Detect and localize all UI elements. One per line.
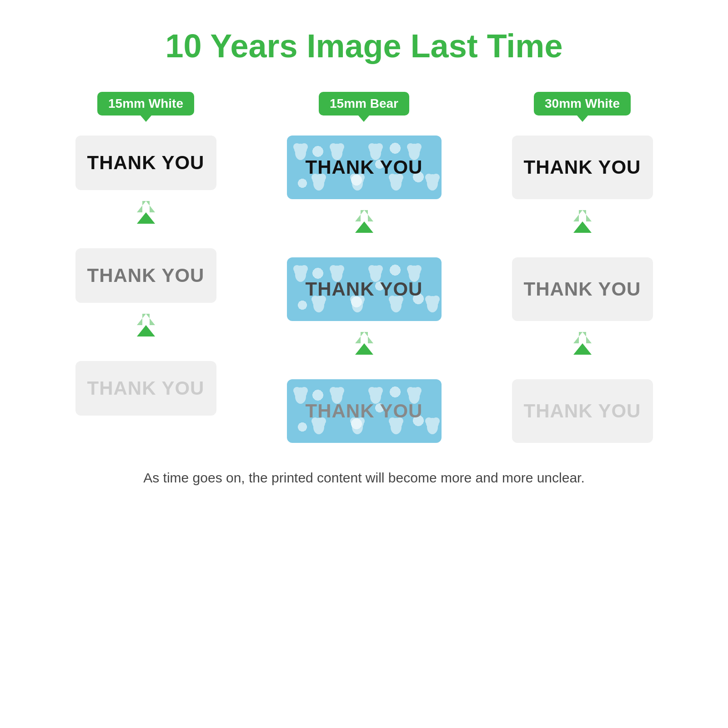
label-text-bear-15-2: THANK YOU bbox=[306, 278, 423, 300]
svg-marker-3 bbox=[137, 325, 155, 336]
svg-marker-105 bbox=[573, 221, 592, 233]
arrow-bear-15-2 bbox=[355, 332, 373, 355]
col-white-30: 30mm White THANK YOU THANK YOU THANK YOU bbox=[473, 92, 692, 443]
svg-point-7 bbox=[294, 144, 307, 155]
svg-marker-107 bbox=[573, 343, 592, 355]
svg-point-53 bbox=[408, 266, 421, 276]
page-title: 10 Years Image Last Time bbox=[166, 27, 563, 65]
arrow-icon-2 bbox=[137, 314, 155, 336]
label-white-30-row3: THANK YOU bbox=[512, 379, 653, 443]
label-bear-15-row3: THANK YOU bbox=[287, 379, 442, 443]
arrow-white-30-2 bbox=[573, 332, 592, 355]
arrow-icon-5 bbox=[573, 210, 592, 233]
col-white-15: 15mm White THANK YOU THANK YOU THANK YOU bbox=[37, 92, 255, 443]
arrow-icon-3 bbox=[355, 210, 373, 233]
svg-marker-2 bbox=[137, 314, 155, 325]
svg-marker-1 bbox=[137, 212, 155, 224]
label-white-30-row2: THANK YOU bbox=[512, 257, 653, 321]
svg-point-49 bbox=[369, 266, 382, 276]
svg-marker-104 bbox=[573, 210, 592, 221]
svg-point-15 bbox=[369, 144, 382, 155]
arrow-icon-6 bbox=[573, 332, 592, 355]
svg-marker-0 bbox=[137, 201, 155, 212]
svg-point-11 bbox=[331, 144, 343, 155]
label-text-bear-15-1: THANK YOU bbox=[306, 156, 423, 178]
svg-point-83 bbox=[369, 387, 382, 398]
arrow-icon-1 bbox=[137, 201, 155, 224]
label-text-bear-15-3: THANK YOU bbox=[306, 400, 423, 422]
svg-point-35 bbox=[426, 174, 439, 185]
svg-point-75 bbox=[294, 387, 307, 398]
label-bear-15-row2: THANK YOU bbox=[287, 257, 442, 321]
label-white-15-row3: THANK YOU bbox=[75, 361, 216, 416]
svg-marker-37 bbox=[355, 221, 373, 233]
arrow-icon-4 bbox=[355, 332, 373, 355]
svg-marker-36 bbox=[355, 210, 373, 221]
svg-point-45 bbox=[331, 266, 343, 276]
svg-point-79 bbox=[331, 387, 343, 398]
comparison-grid: 15mm White THANK YOU THANK YOU THANK YOU bbox=[37, 92, 692, 443]
tag-white-15: 15mm White bbox=[97, 92, 194, 115]
svg-point-41 bbox=[294, 266, 307, 276]
label-white-30-row1: THANK YOU bbox=[512, 136, 653, 199]
svg-point-103 bbox=[426, 418, 439, 429]
svg-point-69 bbox=[426, 296, 439, 307]
tag-bear-15: 15mm Bear bbox=[319, 92, 409, 115]
svg-marker-71 bbox=[355, 343, 373, 355]
svg-point-19 bbox=[408, 144, 421, 155]
label-white-15-row1: THANK YOU bbox=[75, 136, 216, 190]
label-text-white-30-3: THANK YOU bbox=[524, 400, 641, 422]
svg-marker-106 bbox=[573, 332, 592, 343]
arrow-bear-15-1 bbox=[355, 210, 373, 233]
label-text-white-15-3: THANK YOU bbox=[87, 377, 205, 399]
svg-marker-70 bbox=[355, 332, 373, 343]
label-text-white-15-1: THANK YOU bbox=[87, 152, 205, 174]
footer-text: As time goes on, the printed content wil… bbox=[143, 470, 585, 486]
arrow-white-30-1 bbox=[573, 210, 592, 233]
label-white-15-row2: THANK YOU bbox=[75, 248, 216, 303]
arrow-white-15-2 bbox=[137, 314, 155, 336]
col-bear-15: 15mm Bear bbox=[255, 92, 473, 443]
label-text-white-30-2: THANK YOU bbox=[524, 278, 641, 300]
svg-point-87 bbox=[408, 387, 421, 398]
tag-white-30: 30mm White bbox=[534, 92, 631, 115]
arrow-white-15-1 bbox=[137, 201, 155, 224]
label-text-white-15-2: THANK YOU bbox=[87, 265, 205, 286]
label-text-white-30-1: THANK YOU bbox=[524, 156, 641, 178]
label-bear-15-row1: THANK YOU bbox=[287, 136, 442, 199]
